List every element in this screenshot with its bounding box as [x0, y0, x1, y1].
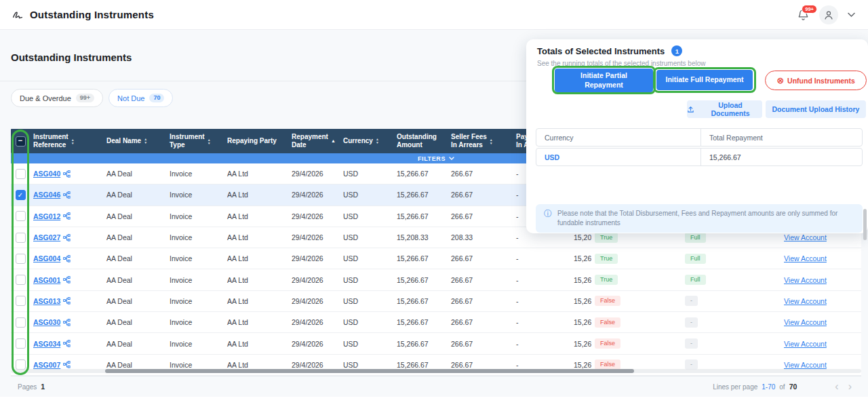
funding-cell: -: [682, 317, 772, 328]
currency-cell: USD: [340, 254, 393, 262]
sort-icon[interactable]: ▲▼: [376, 138, 379, 144]
horizontal-scrollbar[interactable]: [105, 369, 634, 373]
sort-icon[interactable]: ▲▼: [71, 138, 75, 144]
instrument-reference-link[interactable]: ASG034: [33, 340, 60, 348]
deal-name-cell: AA Deal: [103, 276, 166, 284]
instrument-reference-cell: ASG012: [30, 212, 103, 220]
instrument-reference-link[interactable]: ASG001: [33, 276, 60, 284]
truncated-amount-cell: 15,266.67: [572, 276, 591, 284]
action-cell: View Account: [772, 361, 861, 369]
table-row[interactable]: ASG004 AA Deal Invoice AA Ltd 29/4/2026 …: [11, 248, 861, 269]
unfund-instruments-button[interactable]: ⊗ Unfund Instruments: [765, 71, 867, 90]
row-checkbox[interactable]: [16, 275, 26, 285]
repaying-party-cell: AA Ltd: [224, 254, 288, 262]
repayment-date-cell: 29/4/2026: [288, 254, 340, 262]
upload-documents-button[interactable]: Upload Documents: [687, 100, 762, 118]
view-account-link[interactable]: View Account: [775, 276, 827, 284]
person-icon: [823, 9, 834, 20]
vertical-scrollbar[interactable]: [863, 209, 867, 240]
instrument-reference-link[interactable]: ASG040: [33, 170, 60, 178]
row-checkbox[interactable]: [16, 317, 26, 328]
notifications-button[interactable]: 99+: [797, 8, 810, 22]
row-checkbox[interactable]: [16, 338, 26, 349]
sort-icon[interactable]: ▲▼: [208, 138, 211, 144]
funding-cell: Full: [682, 275, 772, 285]
sort-icon[interactable]: ▲▼: [144, 138, 147, 144]
instrument-reference-link[interactable]: ASG013: [33, 297, 60, 305]
unfund-label: Unfund Instruments: [787, 77, 855, 85]
column-header[interactable]: Currency▲▼: [340, 137, 393, 145]
row-checkbox[interactable]: [16, 296, 26, 306]
view-account-link[interactable]: View Account: [775, 318, 827, 326]
instrument-reference-cell: ASG040: [30, 170, 103, 178]
seller-fees-cell: 208.33: [448, 233, 513, 241]
view-account-link[interactable]: View Account: [775, 297, 827, 305]
instrument-reference-link[interactable]: ASG030: [33, 318, 60, 326]
sort-ascending-icon[interactable]: ▲: [331, 138, 336, 144]
row-checkbox[interactable]: [16, 211, 26, 221]
column-header[interactable]: Instrument Type▲▼: [166, 133, 224, 149]
instrument-reference-link[interactable]: ASG046: [33, 191, 60, 199]
seller-fees-cell: 266.67: [448, 361, 513, 369]
tab-due-and-overdue[interactable]: Due & Overdue 99+: [11, 89, 103, 107]
tab-not-due[interactable]: Not Due 70: [108, 89, 173, 107]
column-header[interactable]: Repayment Date▲: [288, 133, 340, 149]
instrument-reference-link[interactable]: ASG012: [33, 212, 60, 220]
view-account-link[interactable]: View Account: [775, 254, 827, 262]
table-row[interactable]: ASG013 AA Deal Invoice AA Ltd 29/4/2026 …: [11, 291, 861, 312]
sort-icon[interactable]: ▲▼: [490, 138, 493, 144]
instrument-reference-cell: ASG007: [30, 361, 103, 369]
column-header-label: Deal Name: [106, 137, 141, 145]
outstanding-amount-cell: 15,208.33: [393, 233, 448, 241]
deal-name-cell: AA Deal: [103, 233, 166, 241]
view-account-link[interactable]: View Account: [775, 340, 827, 348]
instrument-reference-cell: ASG027: [30, 233, 103, 241]
filters-label: FILTERS: [418, 155, 446, 162]
currency-cell: USD: [340, 318, 393, 326]
action-cell: View Account: [772, 233, 861, 241]
row-checkbox[interactable]: [16, 169, 26, 179]
instrument-reference-link[interactable]: ASG027: [33, 233, 60, 241]
row-checkbox-cell: [11, 275, 30, 285]
table-row[interactable]: ASG001 AA Deal Invoice AA Ltd 29/4/2026 …: [11, 269, 861, 290]
table-row[interactable]: ASG034 AA Deal Invoice AA Ltd 29/4/2026 …: [11, 333, 861, 354]
truncated-amount-cell: 15,266.67: [572, 340, 591, 348]
hierarchy-icon: [63, 170, 71, 178]
repaying-party-cell: AA Ltd: [224, 276, 288, 284]
next-page-button[interactable]: ›: [846, 381, 854, 392]
document-upload-history-button[interactable]: Document Upload History: [766, 100, 866, 118]
column-header[interactable]: Instrument Reference▲▼: [30, 133, 103, 149]
instrument-type-cell: Invoice: [166, 191, 224, 199]
repayment-date-cell: 29/4/2026: [288, 318, 340, 326]
funding-cell: -: [682, 338, 772, 349]
row-checkbox[interactable]: [16, 254, 26, 264]
lines-range-select[interactable]: 1-70: [762, 383, 775, 391]
row-checkbox[interactable]: [16, 233, 26, 243]
account-menu-chevron-icon[interactable]: [847, 12, 856, 18]
tab-count-badge: 70: [149, 94, 164, 102]
instrument-reference-link[interactable]: ASG007: [33, 361, 60, 369]
previous-page-button[interactable]: ‹: [832, 381, 841, 392]
currency-cell: USD: [340, 233, 393, 241]
repaying-party-cell: AA Ltd: [224, 233, 288, 241]
table-row[interactable]: ASG030 AA Deal Invoice AA Ltd 29/4/2026 …: [11, 312, 861, 333]
view-account-link[interactable]: View Account: [775, 361, 827, 369]
instrument-reference-link[interactable]: ASG004: [33, 254, 60, 262]
select-all-checkbox[interactable]: [16, 136, 26, 147]
fundable-badge: False: [595, 296, 620, 306]
view-account-link[interactable]: View Account: [775, 233, 827, 241]
info-note: ⓘ Please note that the Total Disbursemen…: [536, 204, 863, 233]
action-cell: View Account: [772, 340, 861, 348]
row-checkbox[interactable]: [16, 190, 26, 200]
action-cell: View Account: [772, 297, 861, 305]
column-header[interactable]: Deal Name▲▼: [103, 137, 166, 145]
row-checkbox-cell: [11, 317, 30, 328]
account-avatar[interactable]: [819, 5, 838, 24]
initiate-full-repayment-button[interactable]: Initiate Full Repayment: [656, 70, 753, 90]
instrument-reference-cell: ASG001: [30, 276, 103, 284]
column-header[interactable]: Seller Fees In Arrears▲▼: [448, 133, 513, 149]
initiate-partial-repayment-button[interactable]: Initiate Partial Repayment: [555, 69, 653, 92]
funding-badge: Full: [685, 275, 706, 285]
panel-title: Totals of Selected Instruments: [537, 46, 665, 56]
row-checkbox-cell: [11, 338, 30, 349]
